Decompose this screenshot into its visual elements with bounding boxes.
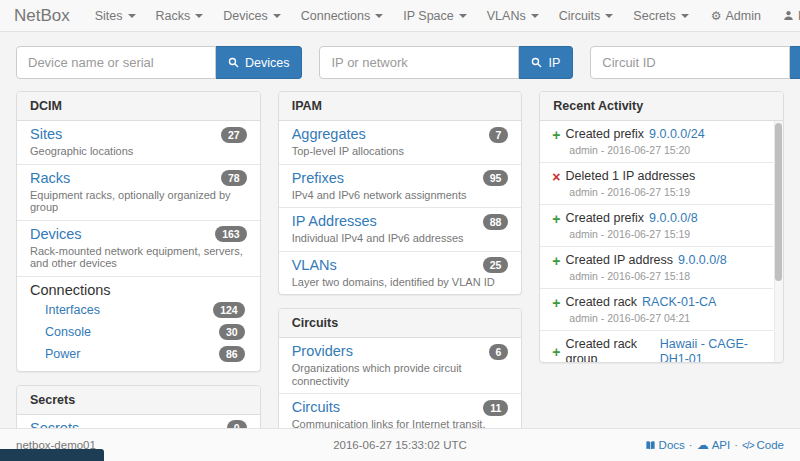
sites-link[interactable]: Sites: [30, 126, 62, 143]
ipam-panel-title: IPAM: [279, 92, 522, 121]
aggregates-link[interactable]: Aggregates: [292, 126, 366, 143]
recent-activity-list[interactable]: +Created prefix9.0.0.0/24 admin - 2016-0…: [540, 121, 783, 362]
ip-search-button[interactable]: IP: [519, 46, 573, 79]
console-count-badge: 30: [219, 324, 245, 340]
ip-search-group: IP: [319, 46, 573, 79]
list-item: Racks 78 Equipment racks, optionally org…: [17, 165, 260, 221]
nav-label: Racks: [156, 9, 191, 23]
dcim-panel-title: DCIM: [17, 92, 260, 121]
power-link[interactable]: Power: [45, 347, 80, 361]
circuit-search-input[interactable]: [590, 46, 790, 79]
brand-logo[interactable]: NetBox: [14, 6, 70, 26]
code-icon: </>: [742, 440, 753, 451]
circuits-link[interactable]: Circuits: [292, 399, 340, 416]
activity-object-link[interactable]: 9.0.0.0/8: [678, 253, 727, 268]
activity-text: Deleted 1 IP addresses: [566, 169, 696, 184]
connections-row: Power 86: [30, 343, 247, 365]
device-search-group: Devices: [16, 46, 302, 79]
vlans-link[interactable]: VLANs: [292, 257, 337, 274]
racks-count-badge: 78: [221, 170, 247, 186]
secrets-panel-title: Secrets: [17, 386, 260, 415]
providers-link[interactable]: Providers: [292, 343, 353, 360]
activity-meta: admin - 2016-06-27 15:19: [552, 228, 769, 240]
activity-meta: admin - 2016-06-27 15:20: [552, 144, 769, 156]
chevron-down-icon: [375, 14, 383, 18]
devices-count-badge: 163: [215, 226, 247, 242]
activity-object-link[interactable]: 9.0.0.0/24: [649, 127, 705, 142]
plus-icon: +: [552, 129, 560, 141]
nav-label: IP Space: [403, 9, 454, 23]
connections-list-item: Connections Interfaces 124 Console 30 Po…: [17, 277, 260, 371]
chevron-down-icon: [605, 14, 613, 18]
cloud-icon: ☁: [697, 439, 709, 451]
admin-link[interactable]: ⚙Admin: [702, 3, 770, 29]
activity-meta: admin - 2016-06-27 15:18: [552, 270, 769, 282]
prefixes-link[interactable]: Prefixes: [292, 170, 344, 187]
chevron-down-icon: [459, 14, 467, 18]
api-label: API: [712, 439, 731, 451]
dashboard-content: DCIM Sites 27 Geographic locations Racks…: [0, 91, 800, 461]
docs-link[interactable]: Docs: [645, 439, 685, 451]
nav-label: Sites: [95, 9, 123, 23]
list-item: VLANs 25 Layer two domains, identified b…: [279, 252, 522, 295]
api-link[interactable]: ☁ API: [697, 439, 731, 451]
activity-text: Created rack: [566, 295, 638, 310]
interfaces-link[interactable]: Interfaces: [45, 303, 100, 317]
nav-menu-secrets[interactable]: Secrets: [624, 3, 697, 29]
activity-meta: admin - 2016-06-27 04:21: [552, 312, 769, 324]
activity-meta: admin - 2016-06-27 15:19: [552, 186, 769, 198]
circuits-panel-title: Circuits: [279, 309, 522, 338]
x-icon: ×: [552, 171, 560, 183]
connections-row: Interfaces 124: [30, 299, 247, 321]
chevron-down-icon: [195, 14, 203, 18]
activity-item: +Created rack groupHawaii - CAGE-DH1-01 …: [540, 331, 773, 362]
nav-menu-ip-space[interactable]: IP Space: [394, 3, 476, 29]
activity-object-link[interactable]: 9.0.0.0/8: [649, 211, 698, 226]
code-link[interactable]: </> Code: [742, 439, 784, 451]
search-icon: [531, 57, 542, 68]
power-count-badge: 86: [219, 346, 245, 362]
search-row: Devices IP Circuits: [0, 32, 800, 91]
activity-item: +Created prefix9.0.0.0/8 admin - 2016-06…: [540, 205, 773, 247]
ip-addresses-count-badge: 88: [483, 214, 509, 230]
activity-object-link[interactable]: Hawaii - CAGE-DH1-01: [660, 337, 769, 362]
top-navbar: NetBox Sites Racks Devices Connections I…: [0, 0, 800, 32]
device-search-input[interactable]: [16, 46, 216, 79]
ip-addresses-link[interactable]: IP Addresses: [292, 213, 377, 230]
list-item: Sites 27 Geographic locations: [17, 121, 260, 165]
racks-link[interactable]: Racks: [30, 170, 70, 187]
interfaces-count-badge: 124: [213, 302, 245, 318]
ipam-panel: IPAM Aggregates 7 Top-level IP allocatio…: [278, 91, 523, 295]
plus-icon: +: [552, 346, 560, 358]
circuit-search-group: Circuits: [590, 46, 800, 79]
prefixes-count-badge: 95: [483, 170, 509, 186]
separator: ·: [734, 439, 738, 451]
nav-menu-connections[interactable]: Connections: [292, 3, 393, 29]
activity-object-link[interactable]: RACK-01-CA: [642, 295, 716, 310]
ip-search-input[interactable]: [319, 46, 519, 79]
profile-link[interactable]: Profile: [774, 3, 800, 29]
nav-menu-sites[interactable]: Sites: [86, 3, 145, 29]
nav-menu-racks[interactable]: Racks: [147, 3, 213, 29]
sites-count-badge: 27: [221, 127, 247, 143]
chevron-down-icon: [531, 14, 539, 18]
search-icon: [228, 57, 239, 68]
scrollbar-track: [774, 121, 783, 362]
device-search-button[interactable]: Devices: [216, 46, 302, 79]
circuits-count-badge: 11: [483, 400, 508, 416]
recent-activity-title: Recent Activity: [540, 92, 783, 121]
activity-text: Created IP address: [566, 253, 673, 268]
nav-menu-devices[interactable]: Devices: [214, 3, 289, 29]
console-link[interactable]: Console: [45, 325, 91, 339]
plus-icon: +: [552, 255, 560, 267]
scrollbar-thumb[interactable]: [775, 123, 782, 281]
nav-menu-circuits[interactable]: Circuits: [550, 3, 623, 29]
circuit-search-button[interactable]: Circuits: [790, 46, 800, 79]
devices-link[interactable]: Devices: [30, 226, 82, 243]
nav-label: VLANs: [487, 9, 526, 23]
browser-status-bar: [0, 449, 104, 461]
user-icon: [783, 10, 794, 21]
book-icon: [645, 440, 656, 451]
list-item: Devices 163 Rack-mounted network equipme…: [17, 221, 260, 277]
nav-menu-vlans[interactable]: VLANs: [478, 3, 548, 29]
